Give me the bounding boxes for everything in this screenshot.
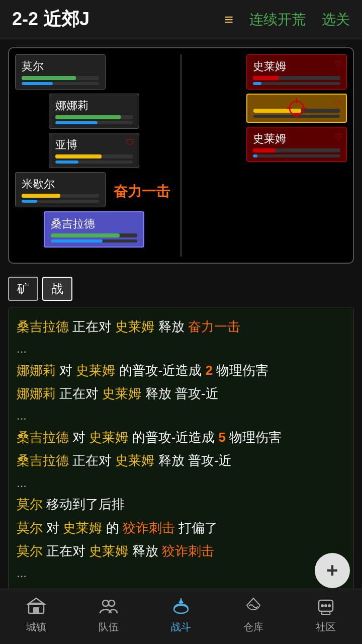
log-dots-1: ... <box>17 339 345 359</box>
shield-icon-ya-bo: 🛡 <box>126 137 135 148</box>
nav-label-team: 队伍 <box>99 620 119 634</box>
mp-bar-mi-ge-er <box>22 200 37 203</box>
mp-bar-wrap-sangji <box>51 239 137 243</box>
select-btn[interactable]: 选关 <box>322 10 350 29</box>
ally-card-sangji[interactable]: 桑吉拉德 <box>44 211 144 248</box>
svg-point-0 <box>290 101 304 115</box>
continuous-btn[interactable]: 连续开荒 <box>249 10 306 29</box>
mp-bar-mo-er <box>22 82 53 85</box>
mp-bar-wrap-nana-li <box>55 121 133 124</box>
svg-point-11 <box>174 605 188 613</box>
community-icon <box>316 596 335 618</box>
mp-bar-wrap-enemy3 <box>253 154 340 157</box>
nav-label-warehouse: 仓库 <box>243 620 263 634</box>
ally-name-nana-li: 娜娜莉 <box>55 98 133 113</box>
mp-bar-enemy3 <box>253 154 257 157</box>
log-dots-4: ... <box>17 563 345 584</box>
enemy-card-1[interactable]: 史莱姆 ♡ <box>246 54 347 90</box>
enemy-side: 史莱姆 ♡ <box>190 54 347 257</box>
ally-card-ya-bo[interactable]: 亚博 🛡 <box>49 133 139 168</box>
hp-bar-wrap-nana-li <box>55 115 133 119</box>
ally-name-ya-bo: 亚博 <box>55 137 133 152</box>
log-line-2: 娜娜莉 对 史莱姆 的普攻-近造成 2 物理伤害 <box>17 359 345 381</box>
mp-bar-nana-li <box>55 121 98 124</box>
page-title: 2-2 近郊J <box>12 7 216 32</box>
tabs: 矿 战 <box>0 272 362 301</box>
ally-name-mo-er: 莫尔 <box>22 59 99 74</box>
battle-divider <box>180 54 182 257</box>
svg-point-15 <box>321 604 324 607</box>
hp-bar-enemy1 <box>253 76 279 80</box>
hp-bar-enemy2 <box>253 109 301 113</box>
hp-bar-wrap-sangji <box>51 233 137 237</box>
log-area: 桑吉拉德 正在对 史莱姆 释放 奋力一击 ... 娜娜莉 对 史莱姆 的普攻-近… <box>0 307 362 600</box>
nav-warehouse[interactable]: 仓库 <box>243 596 263 634</box>
battle-area: 莫尔 娜娜莉 <box>0 39 362 272</box>
log-line-3: 娜娜莉 正在对 史莱姆 释放 普攻-近 <box>17 382 345 405</box>
skill-label: 奋力一击 <box>114 182 170 201</box>
mp-bar-sangji <box>51 239 103 243</box>
log-line-1: 桑吉拉德 正在对 史莱姆 释放 奋力一击 <box>17 315 345 338</box>
nav-label-community: 社区 <box>316 620 336 634</box>
hp-bar-wrap-mi-ge-er <box>22 194 99 198</box>
ally-card-mi-ge-er[interactable]: 米歇尔 <box>15 172 106 207</box>
enemy-name-1: 史莱姆 <box>253 59 340 74</box>
log-line-7: 莫尔 对 史莱姆 的 狡诈刺击 打偏了 <box>17 517 345 539</box>
mp-bar-ya-bo <box>55 160 78 164</box>
battle-field: 莫尔 娜娜莉 <box>8 47 354 264</box>
team-icon <box>99 596 118 618</box>
nav-team[interactable]: 队伍 <box>99 596 119 634</box>
log-scroll[interactable]: 桑吉拉德 正在对 史莱姆 释放 奋力一击 ... 娜娜莉 对 史莱姆 的普攻-近… <box>8 307 354 592</box>
hp-bar-wrap-enemy2 <box>253 109 340 113</box>
hp-bar-wrap-enemy3 <box>253 148 340 152</box>
warehouse-icon <box>244 596 263 618</box>
ally-side: 莫尔 娜娜莉 <box>15 54 172 257</box>
menu-icon[interactable]: ≡ <box>224 11 233 28</box>
log-line-5: 桑吉拉德 正在对 史莱姆 释放 普攻-近 <box>17 449 345 471</box>
log-dots-2: ... <box>17 406 345 426</box>
enemy-card-2-targeted[interactable]: ♡ <box>246 94 347 123</box>
enemy-name-3: 史莱姆 <box>253 131 340 146</box>
ally-card-nana-li[interactable]: 娜娜莉 <box>49 94 139 129</box>
svg-marker-13 <box>178 598 184 603</box>
battle-icon <box>171 596 191 618</box>
nav-label-town: 城镇 <box>26 620 46 634</box>
nav-battle[interactable]: 战斗 <box>171 596 191 634</box>
svg-point-10 <box>109 600 115 606</box>
nav-town[interactable]: 城镇 <box>26 596 46 634</box>
town-icon <box>27 596 46 618</box>
mp-bar-wrap-ya-bo <box>55 160 133 164</box>
hp-bar-wrap-ya-bo <box>55 154 133 158</box>
svg-point-9 <box>103 600 109 606</box>
mp-bar-wrap-enemy1 <box>253 82 340 85</box>
hp-bar-mi-ge-er <box>22 194 60 198</box>
mp-bar-wrap-enemy2 <box>253 115 340 118</box>
heart-icon-enemy1: ♡ <box>334 59 342 70</box>
svg-rect-7 <box>33 607 39 613</box>
log-line-4: 桑吉拉德 对 史莱姆 的普攻-近造成 5 物理伤害 <box>17 426 345 448</box>
heart-icon-enemy2: ♡ <box>334 99 342 110</box>
log-line-6: 莫尔 移动到了后排 <box>17 493 345 515</box>
log-dots-3: ... <box>17 473 345 494</box>
tab-battle[interactable]: 战 <box>42 277 72 301</box>
hp-bar-ya-bo <box>55 154 102 158</box>
fab-button[interactable]: + <box>315 553 350 588</box>
log-line-8: 莫尔 正在对 史莱姆 释放 狡诈刺击 <box>17 540 345 562</box>
hp-bar-nana-li <box>55 115 121 119</box>
top-bar: 2-2 近郊J ≡ 连续开荒 选关 <box>0 0 362 39</box>
svg-point-16 <box>324 604 327 607</box>
enemy-card-3[interactable]: 史莱姆 ♡ <box>246 127 347 162</box>
hp-bar-wrap-mo-er <box>22 76 99 80</box>
nav-community[interactable]: 社区 <box>316 596 336 634</box>
mp-bar-wrap-mo-er <box>22 82 99 85</box>
hp-bar-enemy3 <box>253 148 275 152</box>
ally-name-mi-ge-er: 米歇尔 <box>22 177 99 192</box>
hp-bar-mo-er <box>22 76 76 80</box>
mp-bar-wrap-mi-ge-er <box>22 200 99 203</box>
tab-mine[interactable]: 矿 <box>8 277 38 301</box>
mp-bar-enemy1 <box>253 82 261 85</box>
hp-bar-sangji <box>51 233 120 237</box>
heart-icon-enemy3: ♡ <box>334 131 342 142</box>
nav-label-battle: 战斗 <box>171 620 191 634</box>
ally-card-mo-er[interactable]: 莫尔 <box>15 54 106 90</box>
